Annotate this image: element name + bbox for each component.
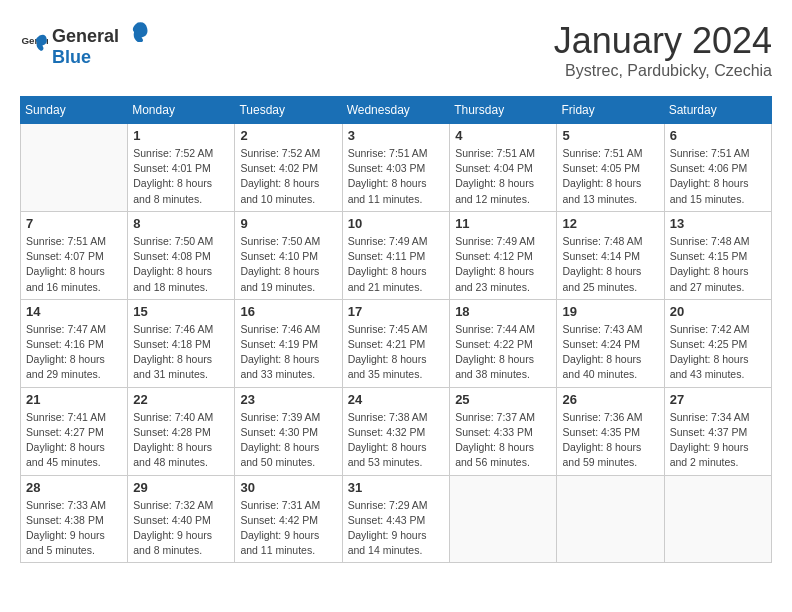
day-info: Sunrise: 7:52 AM Sunset: 4:02 PM Dayligh… [240,146,336,207]
calendar-week-row: 14Sunrise: 7:47 AM Sunset: 4:16 PM Dayli… [21,299,772,387]
day-number: 31 [348,480,444,495]
day-info: Sunrise: 7:41 AM Sunset: 4:27 PM Dayligh… [26,410,122,471]
calendar-cell: 24Sunrise: 7:38 AM Sunset: 4:32 PM Dayli… [342,387,449,475]
day-info: Sunrise: 7:51 AM Sunset: 4:07 PM Dayligh… [26,234,122,295]
day-info: Sunrise: 7:36 AM Sunset: 4:35 PM Dayligh… [562,410,658,471]
day-info: Sunrise: 7:48 AM Sunset: 4:15 PM Dayligh… [670,234,766,295]
day-number: 2 [240,128,336,143]
day-number: 26 [562,392,658,407]
calendar-cell: 16Sunrise: 7:46 AM Sunset: 4:19 PM Dayli… [235,299,342,387]
calendar-week-row: 7Sunrise: 7:51 AM Sunset: 4:07 PM Daylig… [21,211,772,299]
day-number: 9 [240,216,336,231]
calendar-cell: 6Sunrise: 7:51 AM Sunset: 4:06 PM Daylig… [664,124,771,212]
logo-blue-text: Blue [52,47,91,67]
day-number: 20 [670,304,766,319]
day-info: Sunrise: 7:46 AM Sunset: 4:18 PM Dayligh… [133,322,229,383]
day-info: Sunrise: 7:50 AM Sunset: 4:08 PM Dayligh… [133,234,229,295]
calendar-week-row: 1Sunrise: 7:52 AM Sunset: 4:01 PM Daylig… [21,124,772,212]
day-info: Sunrise: 7:31 AM Sunset: 4:42 PM Dayligh… [240,498,336,559]
calendar-cell: 18Sunrise: 7:44 AM Sunset: 4:22 PM Dayli… [450,299,557,387]
calendar-cell: 17Sunrise: 7:45 AM Sunset: 4:21 PM Dayli… [342,299,449,387]
calendar-cell: 14Sunrise: 7:47 AM Sunset: 4:16 PM Dayli… [21,299,128,387]
day-number: 10 [348,216,444,231]
calendar-cell: 19Sunrise: 7:43 AM Sunset: 4:24 PM Dayli… [557,299,664,387]
day-info: Sunrise: 7:47 AM Sunset: 4:16 PM Dayligh… [26,322,122,383]
day-number: 22 [133,392,229,407]
day-number: 7 [26,216,122,231]
calendar-cell: 9Sunrise: 7:50 AM Sunset: 4:10 PM Daylig… [235,211,342,299]
page-header: General General Blue January 2024 Bystre… [20,20,772,80]
day-info: Sunrise: 7:52 AM Sunset: 4:01 PM Dayligh… [133,146,229,207]
calendar-cell: 28Sunrise: 7:33 AM Sunset: 4:38 PM Dayli… [21,475,128,563]
day-info: Sunrise: 7:46 AM Sunset: 4:19 PM Dayligh… [240,322,336,383]
day-number: 5 [562,128,658,143]
calendar-cell: 26Sunrise: 7:36 AM Sunset: 4:35 PM Dayli… [557,387,664,475]
day-number: 30 [240,480,336,495]
day-info: Sunrise: 7:45 AM Sunset: 4:21 PM Dayligh… [348,322,444,383]
day-number: 13 [670,216,766,231]
day-number: 1 [133,128,229,143]
day-number: 16 [240,304,336,319]
day-info: Sunrise: 7:34 AM Sunset: 4:37 PM Dayligh… [670,410,766,471]
month-title: January 2024 [554,20,772,62]
day-number: 18 [455,304,551,319]
calendar-cell: 2Sunrise: 7:52 AM Sunset: 4:02 PM Daylig… [235,124,342,212]
day-number: 4 [455,128,551,143]
calendar-cell: 11Sunrise: 7:49 AM Sunset: 4:12 PM Dayli… [450,211,557,299]
calendar-header-row: SundayMondayTuesdayWednesdayThursdayFrid… [21,97,772,124]
weekday-header-saturday: Saturday [664,97,771,124]
weekday-header-sunday: Sunday [21,97,128,124]
day-number: 23 [240,392,336,407]
day-info: Sunrise: 7:33 AM Sunset: 4:38 PM Dayligh… [26,498,122,559]
day-number: 24 [348,392,444,407]
calendar-cell: 8Sunrise: 7:50 AM Sunset: 4:08 PM Daylig… [128,211,235,299]
weekday-header-wednesday: Wednesday [342,97,449,124]
weekday-header-monday: Monday [128,97,235,124]
day-info: Sunrise: 7:51 AM Sunset: 4:05 PM Dayligh… [562,146,658,207]
calendar-cell: 7Sunrise: 7:51 AM Sunset: 4:07 PM Daylig… [21,211,128,299]
weekday-header-tuesday: Tuesday [235,97,342,124]
day-info: Sunrise: 7:39 AM Sunset: 4:30 PM Dayligh… [240,410,336,471]
day-info: Sunrise: 7:32 AM Sunset: 4:40 PM Dayligh… [133,498,229,559]
location-subtitle: Bystrec, Pardubicky, Czechia [554,62,772,80]
day-number: 19 [562,304,658,319]
calendar-cell: 5Sunrise: 7:51 AM Sunset: 4:05 PM Daylig… [557,124,664,212]
day-number: 15 [133,304,229,319]
day-info: Sunrise: 7:51 AM Sunset: 4:04 PM Dayligh… [455,146,551,207]
day-info: Sunrise: 7:51 AM Sunset: 4:03 PM Dayligh… [348,146,444,207]
day-number: 28 [26,480,122,495]
day-info: Sunrise: 7:43 AM Sunset: 4:24 PM Dayligh… [562,322,658,383]
calendar-cell [664,475,771,563]
calendar-cell: 12Sunrise: 7:48 AM Sunset: 4:14 PM Dayli… [557,211,664,299]
day-info: Sunrise: 7:49 AM Sunset: 4:12 PM Dayligh… [455,234,551,295]
calendar-week-row: 21Sunrise: 7:41 AM Sunset: 4:27 PM Dayli… [21,387,772,475]
calendar-cell: 31Sunrise: 7:29 AM Sunset: 4:43 PM Dayli… [342,475,449,563]
day-number: 17 [348,304,444,319]
day-number: 25 [455,392,551,407]
weekday-header-friday: Friday [557,97,664,124]
day-number: 11 [455,216,551,231]
day-info: Sunrise: 7:51 AM Sunset: 4:06 PM Dayligh… [670,146,766,207]
calendar-cell: 25Sunrise: 7:37 AM Sunset: 4:33 PM Dayli… [450,387,557,475]
day-number: 27 [670,392,766,407]
calendar-cell [21,124,128,212]
day-info: Sunrise: 7:44 AM Sunset: 4:22 PM Dayligh… [455,322,551,383]
day-info: Sunrise: 7:38 AM Sunset: 4:32 PM Dayligh… [348,410,444,471]
weekday-header-thursday: Thursday [450,97,557,124]
title-section: January 2024 Bystrec, Pardubicky, Czechi… [554,20,772,80]
calendar-week-row: 28Sunrise: 7:33 AM Sunset: 4:38 PM Dayli… [21,475,772,563]
calendar-cell: 10Sunrise: 7:49 AM Sunset: 4:11 PM Dayli… [342,211,449,299]
calendar-cell: 27Sunrise: 7:34 AM Sunset: 4:37 PM Dayli… [664,387,771,475]
calendar-cell [557,475,664,563]
calendar-cell: 22Sunrise: 7:40 AM Sunset: 4:28 PM Dayli… [128,387,235,475]
calendar-table: SundayMondayTuesdayWednesdayThursdayFrid… [20,96,772,563]
day-number: 14 [26,304,122,319]
calendar-cell: 13Sunrise: 7:48 AM Sunset: 4:15 PM Dayli… [664,211,771,299]
day-number: 6 [670,128,766,143]
calendar-cell: 29Sunrise: 7:32 AM Sunset: 4:40 PM Dayli… [128,475,235,563]
day-info: Sunrise: 7:42 AM Sunset: 4:25 PM Dayligh… [670,322,766,383]
logo: General General Blue [20,20,149,68]
day-number: 8 [133,216,229,231]
calendar-cell [450,475,557,563]
day-info: Sunrise: 7:50 AM Sunset: 4:10 PM Dayligh… [240,234,336,295]
